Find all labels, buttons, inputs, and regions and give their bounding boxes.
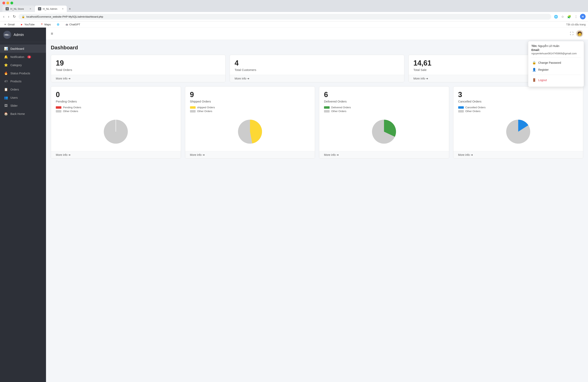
status-products-icon: 🔥 bbox=[4, 71, 8, 75]
chart-footer-delivered-orders: More info ➜ bbox=[319, 151, 449, 158]
toolbar-icons: 🌐 ☆ 🧩 ⋮ H bbox=[553, 14, 586, 19]
sidebar-item-users[interactable]: 👥 Users bbox=[0, 94, 46, 102]
stat-footer-total-orders: More info ➜ bbox=[51, 75, 225, 82]
stat-number-total-customers: 4 bbox=[235, 59, 399, 67]
chart-card-pending-orders: 0 Pending Orders Pending Orders Other Or… bbox=[51, 86, 181, 159]
sidebar: HN– Admin 📊 Dashboard 🔔 Notification 1 ⭐… bbox=[0, 28, 46, 382]
chart-footer-pending-orders: More info ➜ bbox=[51, 151, 181, 158]
browser-toolbar: ‹ › ↻ 🔒 🌐 ☆ 🧩 ⋮ H bbox=[0, 12, 588, 21]
bookmark-gmail[interactable]: ✉ Gmail bbox=[2, 22, 16, 27]
sidebar-item-notification[interactable]: 🔔 Notification 1 bbox=[0, 53, 46, 61]
browser-titlebar bbox=[2, 1, 586, 4]
new-tab-button[interactable]: + bbox=[67, 6, 73, 12]
chart-more-info-delivered-orders[interactable]: More info ➜ bbox=[324, 153, 339, 156]
minimize-dot[interactable] bbox=[6, 1, 9, 4]
tab-store[interactable]: S H_NL Store × bbox=[2, 6, 34, 12]
sidebar-item-back-home[interactable]: 🏠 Back Home bbox=[0, 110, 46, 118]
sidebar-item-status-products[interactable]: 🔥 Status Products bbox=[0, 69, 46, 77]
legend-dot bbox=[190, 110, 196, 113]
dropdown-name-label: Tên: bbox=[531, 44, 537, 48]
address-bar[interactable]: 🔒 bbox=[19, 14, 551, 19]
legend-item: Pending Orders bbox=[56, 106, 176, 109]
stat-card-total-customers: 4 Total Customers More info ➜ bbox=[230, 55, 404, 82]
chart-legend-cancelled-orders: Cancelled Orders Other Orders bbox=[458, 106, 578, 113]
chart-body-delivered-orders: 6 Delivered Orders Delivered Orders Othe… bbox=[319, 87, 449, 151]
page-title: Dashboard bbox=[51, 45, 583, 51]
dropdown-name: Tên: Nguyễn Lê Huân bbox=[531, 44, 581, 48]
legend-dot bbox=[324, 110, 330, 113]
register-item[interactable]: 👤 Register bbox=[531, 66, 581, 73]
translate-icon[interactable]: 🌐 bbox=[553, 14, 559, 19]
register-label: Register bbox=[538, 68, 549, 71]
admin-avatar[interactable]: 🧑 bbox=[576, 30, 583, 37]
hamburger-icon[interactable]: ≡ bbox=[51, 31, 53, 36]
bookmark-youtube-label: YouTube bbox=[24, 23, 35, 26]
chart-number-pending-orders: 0 bbox=[56, 91, 176, 99]
chart-more-info-shipped-orders[interactable]: More info ➜ bbox=[190, 153, 205, 156]
logout-item[interactable]: 🚪 Logout bbox=[531, 76, 581, 83]
legend-label: Other Orders bbox=[197, 110, 212, 113]
bookmark-maps[interactable]: 📍 Maps bbox=[39, 22, 52, 27]
sidebar-header: HN– Admin bbox=[0, 28, 46, 42]
chart-number-cancelled-orders: 3 bbox=[458, 91, 578, 99]
stat-cards-row: 19 Total Orders More info ➜ 4 Total Cust… bbox=[51, 55, 583, 82]
products-icon: 🏷 bbox=[4, 79, 8, 83]
chart-label-delivered-orders: Delivered Orders bbox=[324, 100, 444, 103]
sidebar-label-status-products: Status Products bbox=[10, 72, 30, 75]
tab-admin-label: H_NL Admin bbox=[43, 7, 57, 10]
maps-icon: 📍 bbox=[40, 23, 43, 26]
url-input[interactable] bbox=[26, 15, 548, 18]
sidebar-item-orders[interactable]: 📋 Orders bbox=[0, 85, 46, 94]
dropdown-divider-1 bbox=[531, 57, 581, 57]
fullscreen-icon[interactable]: ⛶ bbox=[570, 32, 574, 36]
legend-item: Other Orders bbox=[56, 110, 176, 113]
bookmark-chatgpt[interactable]: 🤖 ChatGPT bbox=[64, 22, 81, 27]
lock-icon: 🔒 bbox=[532, 61, 536, 65]
chart-area-delivered-orders bbox=[324, 115, 444, 149]
dropdown-divider-2 bbox=[531, 75, 581, 75]
bookmarks-bar: ✉ Gmail ▶ YouTube 📍 Maps 🌐 🤖 ChatGPT Tất… bbox=[0, 21, 588, 28]
tab-admin[interactable]: A H_NL Admin × bbox=[35, 6, 67, 12]
main-content: ≡ ⛶ 🧑 Dashboard 19 Total Orders More inf… bbox=[46, 28, 588, 382]
youtube-icon: ▶ bbox=[20, 23, 23, 26]
change-password-item[interactable]: 🔒 Change Password bbox=[531, 59, 581, 66]
stat-number-total-orders: 19 bbox=[56, 59, 221, 67]
bookmarks-right-label: Tất cả dấu trang bbox=[566, 23, 586, 26]
chart-more-info-cancelled-orders[interactable]: More info ➜ bbox=[458, 153, 473, 156]
reload-button[interactable]: ↻ bbox=[12, 14, 17, 19]
stat-label-total-orders: Total Orders bbox=[56, 68, 221, 72]
legend-item: shipped Orders bbox=[190, 106, 310, 109]
sidebar-item-dashboard[interactable]: 📊 Dashboard bbox=[0, 45, 46, 53]
bookmark-icon[interactable]: ☆ bbox=[560, 14, 565, 19]
notification-badge: 1 bbox=[27, 56, 31, 58]
stat-body-total-customers: 4 Total Customers bbox=[230, 55, 404, 75]
chart-cards-row: 0 Pending Orders Pending Orders Other Or… bbox=[51, 86, 583, 159]
maximize-dot[interactable] bbox=[10, 1, 13, 4]
more-info-total-sale[interactable]: More info ➜ bbox=[413, 77, 428, 80]
web-icon: 🌐 bbox=[56, 23, 60, 26]
sidebar-title: Admin bbox=[14, 33, 24, 37]
back-button[interactable]: ‹ bbox=[2, 14, 5, 19]
chart-footer-cancelled-orders: More info ➜ bbox=[453, 151, 583, 158]
sidebar-item-slider[interactable]: 🖼 Slider bbox=[0, 102, 46, 110]
more-info-total-customers[interactable]: More info ➜ bbox=[235, 77, 249, 80]
more-info-total-orders[interactable]: More info ➜ bbox=[56, 77, 71, 80]
legend-dot bbox=[324, 106, 330, 109]
sidebar-label-dashboard: Dashboard bbox=[10, 47, 24, 50]
chart-body-pending-orders: 0 Pending Orders Pending Orders Other Or… bbox=[51, 87, 181, 151]
sidebar-item-category[interactable]: ⭐ Category bbox=[0, 61, 46, 69]
chart-more-info-pending-orders[interactable]: More info ➜ bbox=[56, 153, 71, 156]
register-icon: 👤 bbox=[532, 68, 536, 72]
tab-admin-close[interactable]: × bbox=[62, 7, 63, 10]
legend-dot bbox=[458, 110, 464, 113]
bookmark-web[interactable]: 🌐 bbox=[55, 22, 61, 27]
bookmark-youtube[interactable]: ▶ YouTube bbox=[19, 22, 36, 27]
close-dot[interactable] bbox=[2, 1, 5, 4]
tab-store-close[interactable]: × bbox=[30, 7, 31, 10]
profile-button[interactable]: H bbox=[580, 14, 586, 19]
menu-icon[interactable]: ⋮ bbox=[574, 14, 578, 19]
sidebar-item-products[interactable]: 🏷 Products bbox=[0, 77, 46, 85]
forward-button[interactable]: › bbox=[7, 14, 10, 19]
stat-label-total-customers: Total Customers bbox=[235, 68, 399, 72]
extensions-icon[interactable]: 🧩 bbox=[567, 14, 572, 19]
